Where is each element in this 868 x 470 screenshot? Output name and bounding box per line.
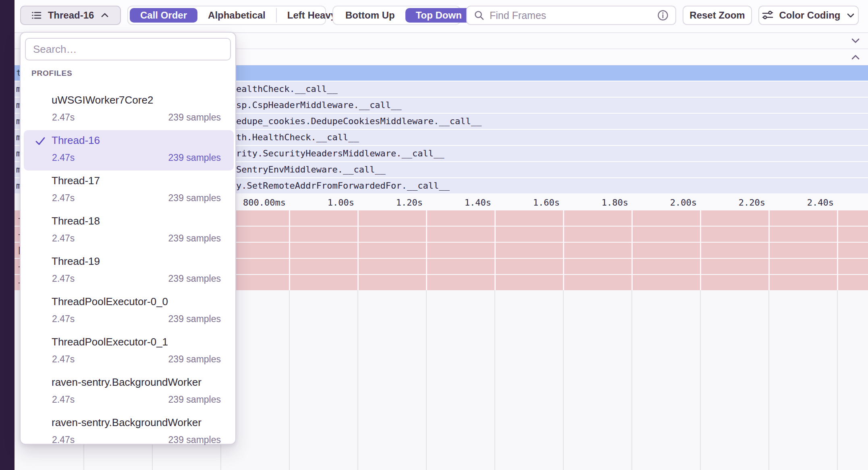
gridline	[768, 290, 769, 470]
thread-list-icon	[31, 10, 42, 21]
profile-sample-count: 239 samples	[168, 273, 221, 284]
profile-duration: 2.47s	[52, 435, 75, 445]
thread-selector-dropdown: Search… PROFILES uWSGIWorker7Core2 2.47s…	[20, 32, 236, 445]
profile-dropdown-item[interactable]: Thread-16 2.47s 239 samples	[24, 130, 234, 171]
gridline	[563, 290, 564, 470]
chevron-down-icon[interactable]	[849, 34, 862, 48]
gridline-gap	[494, 210, 496, 290]
gridline-gap	[563, 210, 564, 290]
profile-name: uWSGIWorker7Core2	[52, 94, 153, 106]
chevron-up-icon[interactable]	[849, 50, 862, 64]
profile-dropdown-item[interactable]: Thread-19 2.47s 239 samples	[24, 251, 234, 291]
profile-sample-count: 239 samples	[168, 112, 221, 123]
profile-dropdown-item[interactable]: Thread-17 2.47s 239 samples	[24, 171, 234, 211]
profiles-section-label: PROFILES	[31, 69, 72, 78]
gridline	[357, 290, 358, 470]
profile-name: raven-sentry.BackgroundWorker	[52, 416, 201, 429]
profile-name: ThreadPoolExecutor-0_1	[52, 336, 168, 348]
gridline-gap	[289, 210, 290, 290]
profile-name: Thread-17	[52, 175, 100, 187]
gridline	[494, 290, 495, 470]
profile-dropdown-item[interactable]: uWSGIWorker7Core2 2.47s 239 samples	[24, 90, 234, 130]
frame-text: rity.SecurityHeadersMiddleware.__call__	[236, 146, 444, 161]
sliders-icon	[761, 9, 774, 22]
frame-text: y.SetRemoteAddrFromForwardedFor.__call__	[236, 178, 450, 193]
gridline-gap	[426, 210, 427, 290]
profile-name: Thread-19	[52, 255, 100, 268]
profile-duration: 2.47s	[52, 112, 75, 123]
profile-duration: 2.47s	[52, 394, 75, 405]
find-frames-placeholder: Find Frames	[490, 10, 652, 21]
gridline-gap	[631, 210, 633, 290]
profile-sample-count: 239 samples	[168, 314, 221, 324]
frame-text: edupe_cookies.DedupeCookiesMiddleware.__…	[236, 114, 482, 129]
gridline-gap	[700, 210, 701, 290]
profile-duration: 2.47s	[52, 314, 75, 324]
gridline	[289, 290, 290, 470]
reset-zoom-label: Reset Zoom	[689, 10, 745, 21]
flamegraph-toolbar: Thread-16 Call OrderAlphabeticalLeft Hea…	[15, 0, 868, 33]
frame-text: sp.CspHeaderMiddleware.__call__	[236, 98, 402, 113]
direction-option-top-down[interactable]: Top Down	[405, 8, 472, 23]
profile-duration: 2.47s	[52, 273, 75, 284]
profile-sample-count: 239 samples	[168, 435, 221, 445]
app-sidebar-strip	[0, 0, 15, 470]
profile-name: Thread-18	[52, 215, 100, 227]
search-icon	[473, 10, 485, 21]
sort-option-alphabetical[interactable]: Alphabetical	[197, 8, 276, 23]
find-frames-input[interactable]: Find Frames	[466, 6, 676, 25]
frame-text: th.HealthCheck.__call__	[236, 130, 359, 145]
gridline	[631, 290, 632, 470]
sort-option-call-order[interactable]: Call Order	[130, 8, 197, 23]
gridline	[700, 290, 701, 470]
chevron-up-icon	[100, 10, 110, 21]
color-coding-label: Color Coding	[779, 10, 841, 21]
profile-duration: 2.47s	[52, 354, 75, 365]
sort-segmented-control: Call OrderAlphabeticalLeft Heavy	[127, 6, 326, 25]
profile-sample-count: 239 samples	[168, 152, 221, 163]
profile-sample-count: 239 samples	[168, 233, 221, 244]
gridline-gap	[357, 210, 359, 290]
direction-option-bottom-up[interactable]: Bottom Up	[335, 8, 405, 23]
gridline	[837, 290, 838, 470]
profile-dropdown-item[interactable]: raven-sentry.BackgroundWorker 2.47s 239 …	[24, 372, 234, 412]
profiles-search-input[interactable]: Search…	[25, 38, 231, 60]
reset-zoom-button[interactable]: Reset Zoom	[683, 6, 752, 25]
profile-name: Thread-16	[52, 134, 100, 147]
profile-sample-count: 239 samples	[168, 394, 221, 405]
profile-dropdown-item[interactable]: ThreadPoolExecutor-0_0 2.47s 239 samples	[24, 291, 234, 332]
profile-sample-count: 239 samples	[168, 193, 221, 204]
gridline	[426, 290, 427, 470]
profile-duration: 2.47s	[52, 193, 75, 204]
frame-text: SentryEnvMiddleware.__call__	[236, 162, 386, 177]
profile-sample-count: 239 samples	[168, 354, 221, 365]
checkmark-icon	[34, 135, 46, 149]
thread-selector-button[interactable]: Thread-16	[20, 6, 121, 25]
info-icon[interactable]	[657, 9, 669, 21]
profiles-search-placeholder: Search…	[33, 43, 77, 56]
profile-name: raven-sentry.BackgroundWorker	[52, 376, 201, 389]
profile-dropdown-item[interactable]: Thread-18 2.47s 239 samples	[24, 211, 234, 251]
gridline-gap	[768, 210, 770, 290]
thread-selector-label: Thread-16	[48, 10, 94, 21]
profile-name: ThreadPoolExecutor-0_0	[52, 295, 168, 308]
profile-duration: 2.47s	[52, 233, 75, 244]
direction-segmented-control: Bottom UpTop Down	[332, 6, 461, 25]
color-coding-button[interactable]: Color Coding	[758, 6, 859, 25]
profile-dropdown-item[interactable]: ThreadPoolExecutor-0_1 2.47s 239 samples	[24, 332, 234, 372]
frame-text: ealthCheck.__call__	[236, 81, 338, 97]
profile-duration: 2.47s	[52, 152, 75, 163]
chevron-down-icon	[845, 10, 856, 21]
profile-dropdown-item[interactable]: raven-sentry.BackgroundWorker 2.47s 239 …	[24, 412, 234, 453]
gridline-gap	[837, 210, 838, 290]
axis-tick-label: 2.40s	[753, 198, 834, 208]
